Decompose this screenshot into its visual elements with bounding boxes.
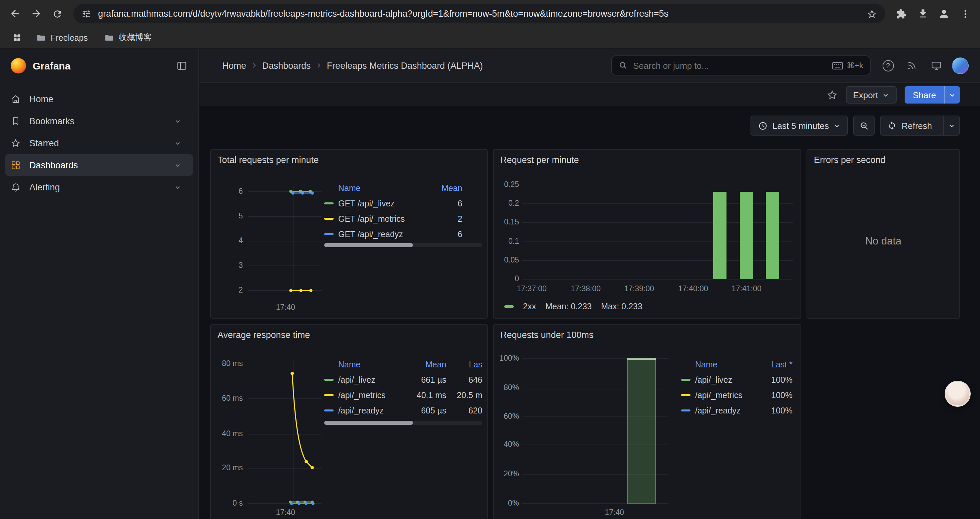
legend-row[interactable]: GET /api/_metrics 2 xyxy=(324,211,482,227)
back-icon[interactable] xyxy=(4,3,25,24)
no-data-message: No data xyxy=(807,235,959,247)
sidebar-item-label: Home xyxy=(29,94,53,104)
chevron-down-icon xyxy=(834,122,841,129)
url-input[interactable] xyxy=(98,9,860,19)
sidebar-header: Grafana xyxy=(0,49,198,83)
help-icon[interactable]: ? xyxy=(878,56,897,75)
reload-icon[interactable] xyxy=(47,3,68,24)
legend-row[interactable]: /api/_livez 661 µs 646 xyxy=(324,372,482,387)
chevron-down-icon[interactable] xyxy=(173,117,182,125)
browser-menu-icon[interactable] xyxy=(955,3,976,24)
sidebar-item-bookmarks[interactable]: Bookmarks xyxy=(5,110,193,132)
y-tick: 0.2 xyxy=(494,199,519,207)
search-icon xyxy=(619,61,628,70)
y-tick: 0.1 xyxy=(494,237,519,245)
panel-average-response-time: Average response time 80 ms 60 ms 40 ms … xyxy=(210,324,488,519)
legend-header-name[interactable]: Name xyxy=(338,360,405,369)
bookmark-star-icon[interactable] xyxy=(867,8,877,19)
export-button[interactable]: Export xyxy=(846,86,897,104)
news-rss-icon[interactable] xyxy=(903,56,921,75)
breadcrumb-home[interactable]: Home xyxy=(222,61,246,70)
series-swatch-blue xyxy=(324,233,334,235)
legend-scrollbar[interactable] xyxy=(324,421,482,425)
favorite-star-icon[interactable] xyxy=(826,89,838,101)
refresh-button[interactable]: Refresh xyxy=(880,115,960,136)
legend-header-row: Name Last * xyxy=(681,357,792,372)
chevron-down-icon[interactable] xyxy=(173,161,182,169)
search-box[interactable]: ⌘+k xyxy=(611,56,870,75)
y-tick: 60% xyxy=(494,412,519,420)
bookmark-blog[interactable]: 收藏博客 xyxy=(99,29,157,46)
legend-header-name[interactable]: Name xyxy=(695,360,762,369)
y-tick: 0 s xyxy=(212,499,243,507)
legend-row[interactable]: /api/_readyz 605 µs 620 xyxy=(324,403,482,418)
grafana-logo-icon[interactable] xyxy=(11,58,26,73)
series-swatch-yellow xyxy=(324,218,334,220)
x-tick: 17:37:00 xyxy=(510,284,553,292)
legend-header-mean[interactable]: Mean xyxy=(429,184,462,193)
legend-mean: Mean: 0.233 xyxy=(546,302,592,311)
legend-row[interactable]: /api/_metrics 40.1 ms 20.5 m xyxy=(324,387,482,403)
sidebar-item-label: Alerting xyxy=(29,182,60,192)
sidebar-item-home[interactable]: Home xyxy=(5,88,193,110)
panel-errors-per-second: Errors per second No data xyxy=(807,149,960,319)
zoom-out-icon xyxy=(859,121,869,131)
y-tick: 20% xyxy=(494,469,519,477)
sidebar-item-starred[interactable]: Starred xyxy=(5,132,193,153)
search-input[interactable] xyxy=(633,61,827,70)
legend-row[interactable]: /api/_metrics 100% xyxy=(681,387,792,403)
extensions-icon[interactable] xyxy=(891,3,912,24)
x-tick: 17:40 xyxy=(269,508,302,516)
series-swatch-blue xyxy=(681,409,690,412)
panel-legend: Name Last * /api/_livez 100% /api/_metri… xyxy=(681,357,792,418)
user-avatar[interactable] xyxy=(951,56,969,75)
sidebar-item-dashboards[interactable]: Dashboards xyxy=(5,154,193,176)
share-label[interactable]: Share xyxy=(905,86,944,104)
legend-header-last[interactable]: Las xyxy=(452,360,482,369)
chevron-down-icon[interactable] xyxy=(173,139,182,147)
bookmark-freeleaps[interactable]: Freeleaps xyxy=(31,30,93,45)
monitor-icon[interactable] xyxy=(927,56,945,75)
panel-legend: Name Mean GET /api/_livez 6 GET /api/_me… xyxy=(324,180,482,242)
legend-row[interactable]: /api/_livez 100% xyxy=(681,372,792,387)
panel-title[interactable]: Errors per second xyxy=(814,155,886,165)
legend-header-last[interactable]: Last * xyxy=(762,360,792,369)
breadcrumb-current: Freeleaps Metrics Dashboard (ALPHA) xyxy=(327,61,483,70)
downloads-icon[interactable] xyxy=(912,3,933,24)
refresh-interval-caret[interactable] xyxy=(943,116,959,135)
panel-legend: 2xx Mean: 0.233 Max: 0.233 xyxy=(504,302,643,311)
legend-row[interactable]: /api/_readyz 100% xyxy=(681,403,792,418)
legend-header-mean[interactable]: Mean xyxy=(405,360,446,369)
floating-assistant-avatar[interactable] xyxy=(945,381,970,407)
zoom-out-button[interactable] xyxy=(854,115,875,136)
y-tick: 0.25 xyxy=(494,180,519,188)
y-tick: 80% xyxy=(494,383,519,391)
legend-header-name[interactable]: Name xyxy=(338,184,429,193)
legend-scrollbar[interactable] xyxy=(324,243,482,247)
breadcrumb-dashboards[interactable]: Dashboards xyxy=(262,61,311,70)
legend-row[interactable]: GET /api/_readyz 6 xyxy=(324,227,482,242)
collapse-sidebar-icon[interactable] xyxy=(176,60,188,72)
sidebar-item-alerting[interactable]: Alerting xyxy=(5,176,193,198)
refresh-main[interactable]: Refresh xyxy=(881,116,939,135)
refresh-icon xyxy=(888,121,897,130)
y-tick: 4 xyxy=(212,236,243,244)
panel-requests-under-100ms: Requests under 100ms 100% 80% 60% 40% 20… xyxy=(493,324,801,519)
share-button[interactable]: Share xyxy=(905,86,960,104)
time-range-picker[interactable]: Last 5 minutes xyxy=(751,115,848,136)
legend-row[interactable]: GET /api/_livez 6 xyxy=(324,196,482,211)
profile-avatar-icon[interactable] xyxy=(933,3,955,24)
share-menu-caret[interactable] xyxy=(944,86,960,104)
url-bar[interactable] xyxy=(73,4,885,23)
legend-series-label[interactable]: 2xx xyxy=(523,302,536,311)
y-tick: 20 ms xyxy=(212,463,243,471)
breadcrumb-separator-icon xyxy=(315,61,323,69)
x-tick: 17:40 xyxy=(598,508,630,516)
forward-icon[interactable] xyxy=(25,3,47,24)
chevron-down-icon xyxy=(948,122,955,129)
chevron-down-icon xyxy=(882,91,889,99)
apps-grid-icon[interactable] xyxy=(8,29,25,46)
chevron-down-icon[interactable] xyxy=(173,183,182,192)
site-settings-icon[interactable] xyxy=(81,9,91,19)
bell-icon xyxy=(11,182,21,192)
